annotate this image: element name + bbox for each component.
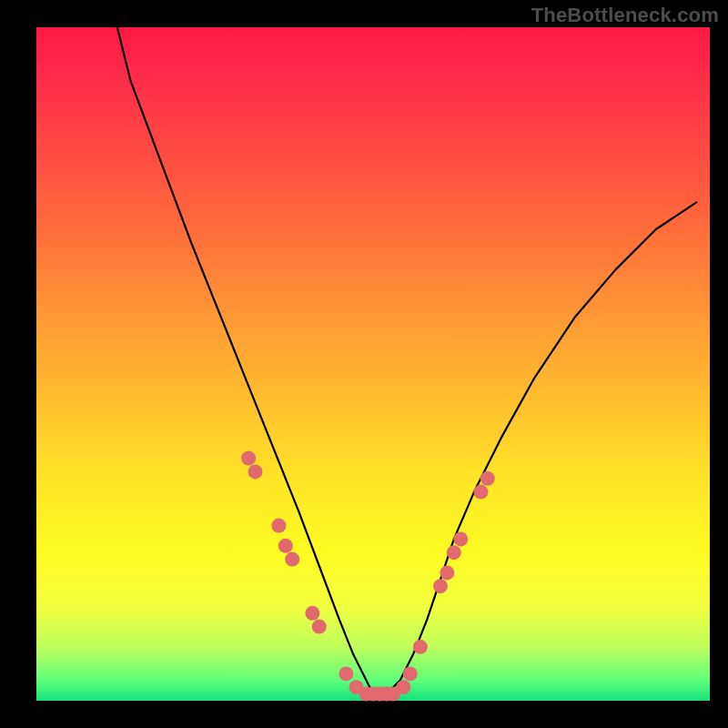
data-point-marker [271,519,286,533]
data-markers [241,451,495,702]
plot-area [36,27,710,701]
data-point-marker [312,620,327,634]
data-point-marker [278,539,293,553]
data-point-marker [285,552,299,567]
data-point-marker [241,451,256,466]
data-point-marker [339,666,353,681]
data-point-marker [473,485,488,500]
data-point-marker [433,579,448,593]
data-point-marker [305,606,319,621]
chart-frame: TheBottleneck.com [0,0,728,728]
data-point-marker [447,545,461,560]
data-point-marker [440,565,454,580]
data-point-marker [453,531,468,546]
data-point-marker [396,680,410,694]
watermark-text: TheBottleneck.com [531,4,719,27]
data-point-marker [248,464,263,479]
curve-svg [36,27,710,701]
data-point-marker [480,471,495,486]
data-point-marker [413,640,428,654]
bottleneck-curve [117,27,696,694]
data-point-marker [403,666,418,681]
